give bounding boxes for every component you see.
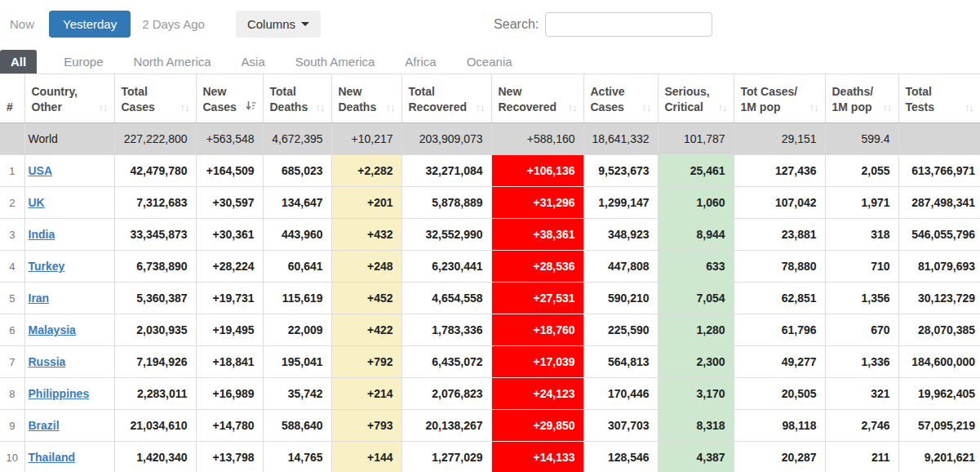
column-header-serious-critical[interactable]: Serious,Critical↑↓: [658, 74, 734, 123]
cell-new-deaths: +422: [331, 314, 401, 346]
country-link-thailand[interactable]: Thailand: [29, 451, 76, 464]
column-header-tot-cases-1m-pop[interactable]: Tot Cases/1M pop↑↓: [734, 74, 825, 123]
column-header-total-tests[interactable]: TotalTests↑↓: [898, 74, 980, 123]
cell-serious-critical: 3,170: [658, 378, 734, 410]
cell-total-tests: 19,962,405: [898, 378, 980, 410]
header-label-line2: Recovered: [499, 100, 557, 115]
table-row-russia: 7Russia7,194,926+18,841195,041+7926,435,…: [0, 346, 980, 378]
tab-oceania[interactable]: Oceania: [456, 50, 523, 73]
column-header-total-recovered[interactable]: TotalRecovered↑↓: [401, 74, 491, 123]
cell-new-recovered: +18,760: [491, 314, 583, 346]
header-label-line2: Cases: [203, 100, 237, 115]
cell-tot-cases-1m-pop: 62,851: [734, 283, 825, 314]
cell-total-deaths: 35,742: [263, 378, 331, 410]
column-header-new-deaths[interactable]: NewDeaths↑↓: [331, 74, 401, 123]
cell-total-deaths: 588,640: [263, 410, 331, 442]
cell-total-recovered: 1,783,336: [401, 314, 491, 346]
cell-rank: 8: [0, 378, 24, 410]
cell-active-cases: 9,523,673: [583, 155, 658, 187]
cell-rank: 5: [0, 283, 24, 314]
column-header-new-cases[interactable]: NewCases: [196, 74, 263, 123]
country-link-brazil[interactable]: Brazil: [29, 419, 60, 432]
cell-new-cases: +19,495: [196, 314, 263, 346]
cell-deaths-1m-pop: 1,356: [825, 283, 898, 314]
column-header-new-recovered[interactable]: NewRecovered↑↓: [491, 74, 583, 123]
search-group: Search:: [494, 12, 712, 37]
cell-total-deaths: 115,619: [263, 283, 331, 314]
cell-country: Iran: [24, 283, 114, 314]
cell-deaths-1m-pop: 318: [825, 219, 898, 251]
continent-tab-bar: AllEuropeNorth AmericaAsiaSouth AmericaA…: [0, 50, 980, 73]
columns-dropdown-button[interactable]: Columns: [236, 11, 321, 38]
now-button[interactable]: Now: [10, 17, 34, 31]
cell-new-cases: +16,989: [196, 378, 263, 410]
cell-tot-cases-1m-pop: 49,277: [734, 346, 825, 378]
cell-new-cases: +30,361: [196, 219, 263, 251]
tab-europe[interactable]: Europe: [53, 50, 113, 73]
cell-total-deaths: 685,023: [263, 155, 331, 187]
caret-down-icon: [301, 22, 309, 26]
cell-total-cases: 5,360,387: [114, 283, 196, 314]
cell-new-deaths: +214: [331, 378, 401, 410]
cell-country: Thailand: [24, 442, 114, 472]
cell-new-recovered: +106,136: [491, 155, 583, 187]
yesterday-button[interactable]: Yesterday: [49, 11, 131, 38]
two-days-ago-button[interactable]: 2 Days Ago: [142, 17, 205, 31]
cell-total-cases: 2,283,011: [114, 378, 196, 410]
country-link-philippines[interactable]: Philippines: [29, 387, 90, 400]
cell-total-cases: 33,345,873: [114, 219, 196, 251]
country-link-turkey[interactable]: Turkey: [29, 260, 65, 273]
tab-africa[interactable]: Africa: [394, 50, 446, 73]
header-label-line2: Critical: [665, 100, 703, 115]
cell-country: World: [24, 123, 114, 155]
cell-total-deaths: 22,009: [263, 314, 331, 346]
tab-asia[interactable]: Asia: [231, 50, 276, 73]
tab-south-america[interactable]: South America: [285, 50, 386, 73]
sort-icon: ↑↓: [472, 100, 485, 115]
cell-total-cases: 6,738,890: [114, 251, 196, 283]
cell-rank: 4: [0, 251, 24, 283]
column-header-deaths-1m-pop[interactable]: Deaths/1M pop↑↓: [825, 74, 898, 123]
cell-deaths-1m-pop: 670: [825, 314, 898, 346]
table-row-usa: 1USA42,479,780+164,509685,023+2,28232,27…: [0, 155, 980, 187]
sort-icon: ↑↓: [961, 100, 973, 115]
cell-active-cases: 447,808: [583, 251, 658, 283]
country-link-russia[interactable]: Russia: [29, 355, 66, 368]
country-link-iran[interactable]: Iran: [29, 292, 50, 305]
cell-deaths-1m-pop: 2,055: [825, 155, 898, 187]
cell-serious-critical: 4,387: [658, 442, 734, 472]
country-link-uk[interactable]: UK: [29, 196, 45, 209]
column-header-country[interactable]: Country,Other↑↓: [24, 74, 114, 123]
cell-serious-critical: 8,944: [658, 219, 734, 251]
column-header-active-cases[interactable]: ActiveCases↑↓: [583, 74, 658, 123]
cell-serious-critical: 25,461: [658, 155, 734, 187]
cell-total-tests: 546,055,796: [898, 219, 980, 251]
cell-new-cases: +13,798: [196, 442, 263, 472]
cell-new-recovered: +14,133: [491, 442, 583, 472]
header-label-line1: #: [7, 100, 18, 115]
cell-tot-cases-1m-pop: 78,880: [734, 251, 825, 283]
cell-total-tests: 30,123,729: [898, 283, 980, 314]
header-label-line2: Deaths: [270, 100, 308, 115]
cell-deaths-1m-pop: 710: [825, 251, 898, 283]
cell-total-cases: 1,420,340: [114, 442, 196, 472]
covid-stats-table: #Country,Other↑↓TotalCases↑↓NewCasesTota…: [0, 73, 980, 472]
sort-icon: ↑↓: [715, 100, 727, 115]
cell-country: UK: [24, 187, 114, 219]
table-row-turkey: 4Turkey6,738,890+28,22460,641+2486,230,4…: [0, 251, 980, 283]
header-label-line1: Deaths/: [832, 84, 892, 100]
cell-total-recovered: 6,435,072: [401, 346, 491, 378]
country-link-malaysia[interactable]: Malaysia: [29, 323, 76, 336]
search-input[interactable]: [545, 12, 712, 37]
cell-rank: 3: [0, 219, 24, 251]
cell-country: Brazil: [24, 410, 114, 442]
tab-all[interactable]: All: [0, 50, 37, 73]
tab-north-america[interactable]: North America: [123, 50, 222, 73]
cell-deaths-1m-pop: 1,336: [825, 346, 898, 378]
country-link-india[interactable]: India: [29, 228, 55, 241]
cell-active-cases: 225,590: [583, 314, 658, 346]
cell-total-deaths: 60,641: [263, 251, 331, 283]
country-link-usa[interactable]: USA: [29, 164, 53, 177]
column-header-total-cases[interactable]: TotalCases↑↓: [114, 74, 196, 123]
column-header-total-deaths[interactable]: TotalDeaths↑↓: [263, 74, 331, 123]
